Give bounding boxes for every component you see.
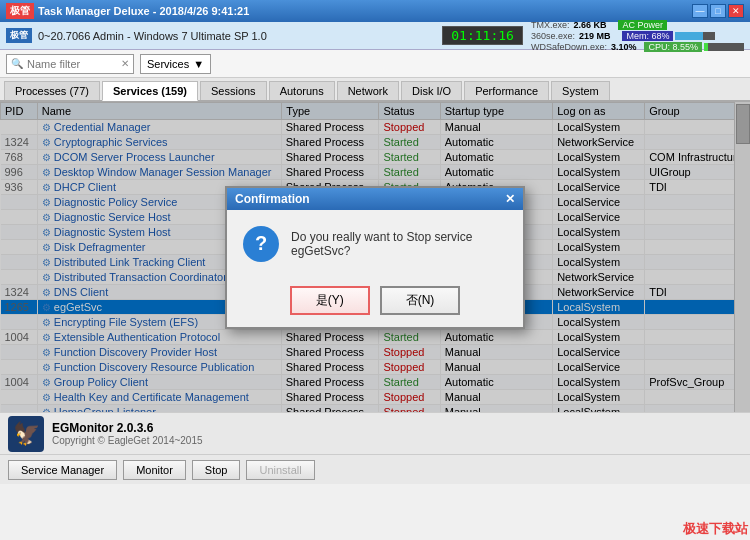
- tabs-bar: Processes (77) Services (159) Sessions A…: [0, 78, 750, 102]
- dropdown-label: Services: [147, 58, 189, 70]
- tab-system[interactable]: System: [551, 81, 610, 100]
- service-manager-button[interactable]: Service Manager: [8, 460, 117, 480]
- tab-sessions[interactable]: Sessions: [200, 81, 267, 100]
- app-logo: 极管: [6, 3, 34, 19]
- dropdown-arrow-icon: ▼: [193, 58, 204, 70]
- app-name: EGMonitor 2.0.3.6: [52, 421, 203, 435]
- confirmation-dialog: Confirmation ✕ ? Do you really want to S…: [225, 186, 525, 329]
- clear-search-icon[interactable]: ✕: [121, 58, 129, 69]
- dialog-title-text: Confirmation: [235, 192, 310, 206]
- title-text: Task Manager Deluxe - 2018/4/26 9:41:21: [38, 5, 249, 17]
- monitor-button[interactable]: Monitor: [123, 460, 186, 480]
- toolbar: 🔍 ✕ Services ▼: [0, 50, 750, 78]
- tab-performance[interactable]: Performance: [464, 81, 549, 100]
- bottom-bar: Service Manager Monitor Stop Uninstall: [0, 454, 750, 484]
- uninstall-button[interactable]: Uninstall: [246, 460, 314, 480]
- timer-display: 01:11:16: [442, 26, 523, 45]
- tab-processes[interactable]: Processes (77): [4, 81, 100, 100]
- dialog-title-bar: Confirmation ✕: [227, 188, 523, 210]
- dialog-no-button[interactable]: 否(N): [380, 286, 461, 315]
- dialog-overlay: Confirmation ✕ ? Do you really want to S…: [0, 102, 750, 412]
- dialog-content: ? Do you really want to Stop service egG…: [227, 210, 523, 278]
- search-icon: 🔍: [11, 58, 23, 69]
- dialog-question-icon: ?: [243, 226, 279, 262]
- stat-tmx: TMX.exe:2.66 KB AC Power: [531, 20, 744, 30]
- services-dropdown[interactable]: Services ▼: [140, 54, 211, 74]
- dialog-message: Do you really want to Stop service egGet…: [291, 230, 507, 258]
- minimize-button[interactable]: —: [692, 4, 708, 18]
- tab-autoruns[interactable]: Autoruns: [269, 81, 335, 100]
- info-bar: 极管 0~20.7066 Admin - Windows 7 Ultimate …: [0, 22, 750, 50]
- maximize-button[interactable]: □: [710, 4, 726, 18]
- dialog-buttons: 是(Y) 否(N): [227, 278, 523, 327]
- search-box[interactable]: 🔍 ✕: [6, 54, 134, 74]
- tab-network[interactable]: Network: [337, 81, 399, 100]
- watermark-right: 极速下载站: [683, 520, 748, 538]
- stat-360se: 360se.exe:219 MB Mem: 68%: [531, 31, 744, 41]
- status-logo: 🦅: [8, 416, 44, 452]
- tab-services[interactable]: Services (159): [102, 81, 198, 101]
- stop-button[interactable]: Stop: [192, 460, 241, 480]
- system-info: 0~20.7066 Admin - Windows 7 Ultimate SP …: [38, 30, 267, 42]
- status-info: EGMonitor 2.0.3.6 Copyright © EagleGet 2…: [52, 421, 203, 446]
- status-bar: 🦅 EGMonitor 2.0.3.6 Copyright © EagleGet…: [0, 412, 750, 454]
- dialog-yes-button[interactable]: 是(Y): [290, 286, 370, 315]
- info-logo: 极管: [6, 28, 32, 43]
- close-button[interactable]: ✕: [728, 4, 744, 18]
- dialog-close-button[interactable]: ✕: [505, 192, 515, 206]
- copyright-text: Copyright © EagleGet 2014~2015: [52, 435, 203, 446]
- stat-wdsafe: WDSafeDown.exe:3.10% CPU: 8.55%: [531, 42, 744, 52]
- tab-diskio[interactable]: Disk I/O: [401, 81, 462, 100]
- search-input[interactable]: [27, 58, 117, 70]
- services-table-area: PID Name Type Status Startup type Log on…: [0, 102, 750, 412]
